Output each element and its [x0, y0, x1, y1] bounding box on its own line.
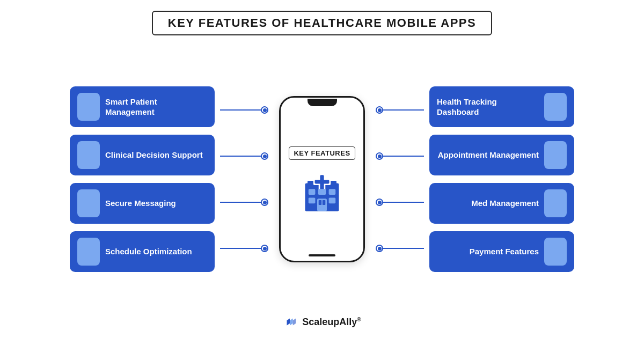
footer: ScaleupAlly® [283, 311, 361, 333]
feature-icon [544, 93, 567, 121]
feature-label: Schedule Optimization [105, 246, 192, 257]
connector-dot [376, 152, 383, 160]
registered-mark: ® [357, 317, 361, 322]
connector-dot [376, 245, 383, 252]
phone-container: KEY FEATURES [268, 96, 376, 262]
connector-line [376, 106, 424, 114]
right-features: Health Tracking Dashboard Appointment Ma… [429, 86, 574, 272]
list-item: Med Management [429, 183, 574, 224]
connector-line [376, 199, 424, 206]
list-item: Schedule Optimization [70, 231, 215, 272]
connector-dot [261, 152, 268, 160]
feature-label: Appointment Management [438, 150, 539, 160]
connector [220, 91, 268, 129]
svg-rect-11 [317, 199, 327, 211]
svg-rect-9 [309, 197, 316, 203]
hospital-icon [298, 166, 346, 215]
feature-label: Health Tracking Dashboard [437, 97, 539, 117]
phone-label: KEY FEATURES [289, 146, 355, 160]
connector-line [376, 152, 424, 160]
svg-rect-5 [314, 180, 329, 183]
phone-home-bar [309, 254, 335, 256]
svg-rect-13 [323, 200, 325, 205]
feature-label: Med Management [471, 198, 539, 209]
connector [220, 183, 268, 222]
connector [376, 183, 424, 222]
list-item: Smart Patient Management [70, 86, 215, 127]
feature-label: Clinical Decision Support [105, 150, 203, 160]
feature-icon [77, 93, 100, 121]
connector-dot [261, 106, 268, 114]
svg-rect-10 [329, 197, 336, 203]
connector-dot [376, 199, 383, 206]
left-features: Smart Patient Management Clinical Decisi… [70, 86, 215, 272]
connector-line [220, 152, 268, 160]
feature-icon [77, 238, 100, 266]
feature-label: Smart Patient Management [105, 97, 207, 117]
connector-dot [376, 106, 383, 114]
feature-label: Secure Messaging [105, 198, 176, 209]
connector-line [220, 245, 268, 252]
feature-icon [77, 141, 100, 169]
connector-line [220, 199, 268, 206]
connector-line [220, 106, 268, 114]
svg-rect-6 [309, 189, 316, 195]
title-box: KEY FEATURES OF HEALTHCARE MOBILE APPS [152, 11, 492, 35]
list-item: Payment Features [429, 231, 574, 272]
feature-icon [544, 141, 567, 169]
main-row: Smart Patient Management Clinical Decisi… [16, 52, 628, 307]
phone-content: KEY FEATURES [283, 106, 360, 254]
list-item: Secure Messaging [70, 183, 215, 224]
brand-name: ScaleupAlly® [302, 317, 361, 328]
feature-icon [77, 189, 100, 217]
page-title: KEY FEATURES OF HEALTHCARE MOBILE APPS [168, 16, 476, 30]
logo-icon [283, 314, 298, 329]
list-item: Appointment Management [429, 135, 574, 175]
phone-mockup: KEY FEATURES [279, 96, 365, 262]
brand-name-scaleup: Scaleup [302, 317, 339, 327]
connector [220, 229, 268, 268]
list-item: Clinical Decision Support [70, 135, 215, 175]
svg-rect-7 [318, 189, 326, 195]
left-connectors [215, 91, 268, 268]
feature-label: Payment Features [470, 246, 539, 257]
right-connectors [376, 91, 429, 268]
feature-icon [544, 238, 567, 266]
connector-line [376, 245, 424, 252]
connector-dot [261, 199, 268, 206]
connector [220, 137, 268, 175]
feature-icon [544, 189, 567, 217]
connector [376, 91, 424, 129]
connector [376, 229, 424, 268]
page-container: KEY FEATURES OF HEALTHCARE MOBILE APPS S… [0, 0, 644, 338]
phone-notch [308, 99, 337, 106]
connector [376, 137, 424, 175]
svg-rect-12 [319, 200, 321, 205]
svg-rect-8 [329, 189, 336, 195]
connector-dot [261, 245, 268, 252]
brand-name-ally: Ally [339, 317, 357, 327]
list-item: Health Tracking Dashboard [429, 86, 574, 127]
